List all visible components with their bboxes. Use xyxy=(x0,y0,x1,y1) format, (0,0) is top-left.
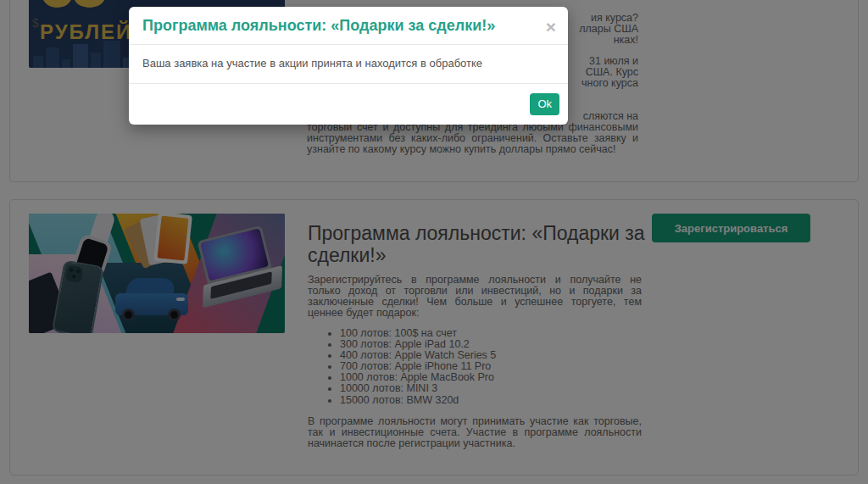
close-button[interactable]: × xyxy=(542,19,559,36)
modal-footer: Ok xyxy=(129,84,568,125)
loyalty-modal: Программа лояльности: «Подарки за сделки… xyxy=(129,7,568,125)
modal-title: Программа лояльности: «Подарки за сделки… xyxy=(142,16,554,35)
ok-button[interactable]: Ok xyxy=(530,93,559,115)
modal-header: Программа лояльности: «Подарки за сделки… xyxy=(129,7,568,45)
modal-message: Ваша заявка на участие в акции принята и… xyxy=(142,57,482,70)
modal-body: Ваша заявка на участие в акции принята и… xyxy=(129,45,568,84)
close-icon: × xyxy=(546,17,556,36)
